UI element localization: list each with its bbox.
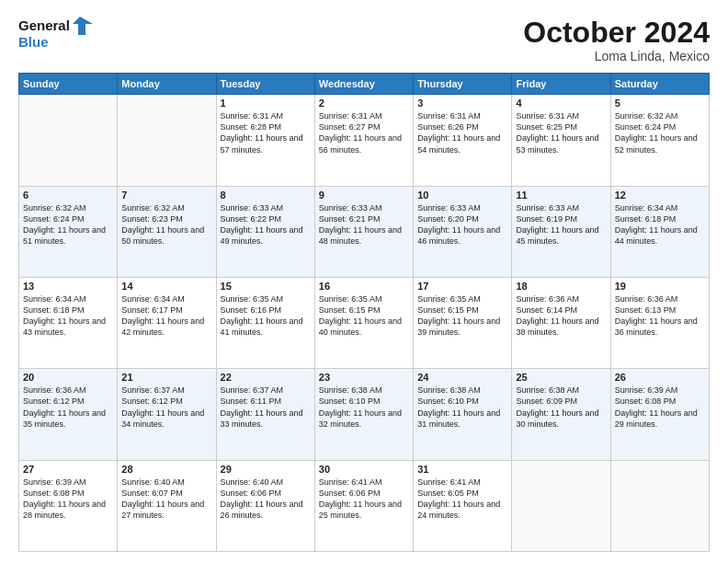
calendar-week-5: 27 Sunrise: 6:39 AMSunset: 6:08 PMDaylig… xyxy=(19,460,710,551)
calendar-cell: 31 Sunrise: 6:41 AMSunset: 6:05 PMDaylig… xyxy=(414,460,512,551)
svg-marker-0 xyxy=(73,17,93,35)
calendar-cell: 25 Sunrise: 6:38 AMSunset: 6:09 PMDaylig… xyxy=(512,369,610,460)
title-block: October 2024 Loma Linda, Mexico xyxy=(523,17,710,63)
col-wednesday: Wednesday xyxy=(314,74,413,95)
calendar-cell: 18 Sunrise: 6:36 AMSunset: 6:14 PMDaylig… xyxy=(512,277,610,368)
calendar-week-4: 20 Sunrise: 6:36 AMSunset: 6:12 PMDaylig… xyxy=(19,369,710,460)
calendar-cell: 4 Sunrise: 6:31 AMSunset: 6:25 PMDayligh… xyxy=(512,95,610,186)
calendar-cell: 9 Sunrise: 6:33 AMSunset: 6:21 PMDayligh… xyxy=(314,186,413,277)
calendar-cell: 30 Sunrise: 6:41 AMSunset: 6:06 PMDaylig… xyxy=(314,460,413,551)
calendar-cell: 1 Sunrise: 6:31 AMSunset: 6:28 PMDayligh… xyxy=(216,95,314,186)
calendar-cell: 14 Sunrise: 6:34 AMSunset: 6:17 PMDaylig… xyxy=(118,277,216,368)
calendar-cell: 21 Sunrise: 6:37 AMSunset: 6:12 PMDaylig… xyxy=(118,369,216,460)
logo-bird-icon xyxy=(73,17,93,35)
col-friday: Friday xyxy=(512,74,610,95)
calendar-table: Sunday Monday Tuesday Wednesday Thursday… xyxy=(18,73,710,552)
calendar-cell: 7 Sunrise: 6:32 AMSunset: 6:23 PMDayligh… xyxy=(118,186,216,277)
calendar-cell: 24 Sunrise: 6:38 AMSunset: 6:10 PMDaylig… xyxy=(414,369,512,460)
calendar-cell: 26 Sunrise: 6:39 AMSunset: 6:08 PMDaylig… xyxy=(610,369,709,460)
calendar-cell: 6 Sunrise: 6:32 AMSunset: 6:24 PMDayligh… xyxy=(19,186,118,277)
calendar-week-3: 13 Sunrise: 6:34 AMSunset: 6:18 PMDaylig… xyxy=(19,277,710,368)
page: General Blue October 2024 Loma Linda, Me… xyxy=(0,0,728,563)
calendar-cell: 5 Sunrise: 6:32 AMSunset: 6:24 PMDayligh… xyxy=(610,95,709,186)
logo: General Blue xyxy=(18,17,93,51)
calendar-cell: 17 Sunrise: 6:35 AMSunset: 6:15 PMDaylig… xyxy=(414,277,512,368)
calendar-cell xyxy=(118,95,216,186)
calendar-cell: 12 Sunrise: 6:34 AMSunset: 6:18 PMDaylig… xyxy=(610,186,709,277)
calendar-cell xyxy=(19,95,118,186)
calendar-cell: 13 Sunrise: 6:34 AMSunset: 6:18 PMDaylig… xyxy=(19,277,118,368)
col-thursday: Thursday xyxy=(414,74,512,95)
col-tuesday: Tuesday xyxy=(216,74,314,95)
calendar-cell: 16 Sunrise: 6:35 AMSunset: 6:15 PMDaylig… xyxy=(314,277,413,368)
calendar-cell: 20 Sunrise: 6:36 AMSunset: 6:12 PMDaylig… xyxy=(19,369,118,460)
col-monday: Monday xyxy=(118,74,216,95)
calendar-week-2: 6 Sunrise: 6:32 AMSunset: 6:24 PMDayligh… xyxy=(19,186,710,277)
location: Loma Linda, Mexico xyxy=(523,49,710,63)
calendar-cell: 8 Sunrise: 6:33 AMSunset: 6:22 PMDayligh… xyxy=(216,186,314,277)
calendar-cell: 23 Sunrise: 6:38 AMSunset: 6:10 PMDaylig… xyxy=(314,369,413,460)
calendar-cell: 29 Sunrise: 6:40 AMSunset: 6:06 PMDaylig… xyxy=(216,460,314,551)
header-row: Sunday Monday Tuesday Wednesday Thursday… xyxy=(19,74,710,95)
calendar-week-1: 1 Sunrise: 6:31 AMSunset: 6:28 PMDayligh… xyxy=(19,95,710,186)
col-saturday: Saturday xyxy=(610,74,709,95)
calendar-cell: 10 Sunrise: 6:33 AMSunset: 6:20 PMDaylig… xyxy=(414,186,512,277)
calendar-cell: 19 Sunrise: 6:36 AMSunset: 6:13 PMDaylig… xyxy=(610,277,709,368)
calendar-cell: 28 Sunrise: 6:40 AMSunset: 6:07 PMDaylig… xyxy=(118,460,216,551)
calendar-cell: 11 Sunrise: 6:33 AMSunset: 6:19 PMDaylig… xyxy=(512,186,610,277)
header: General Blue October 2024 Loma Linda, Me… xyxy=(18,17,710,63)
month-title: October 2024 xyxy=(523,17,710,49)
calendar-cell xyxy=(512,460,610,551)
calendar-cell: 27 Sunrise: 6:39 AMSunset: 6:08 PMDaylig… xyxy=(19,460,118,551)
calendar-cell: 3 Sunrise: 6:31 AMSunset: 6:26 PMDayligh… xyxy=(414,95,512,186)
col-sunday: Sunday xyxy=(19,74,118,95)
calendar-cell: 15 Sunrise: 6:35 AMSunset: 6:16 PMDaylig… xyxy=(216,277,314,368)
calendar-cell: 2 Sunrise: 6:31 AMSunset: 6:27 PMDayligh… xyxy=(314,95,413,186)
calendar-cell xyxy=(610,460,709,551)
calendar-cell: 22 Sunrise: 6:37 AMSunset: 6:11 PMDaylig… xyxy=(216,369,314,460)
